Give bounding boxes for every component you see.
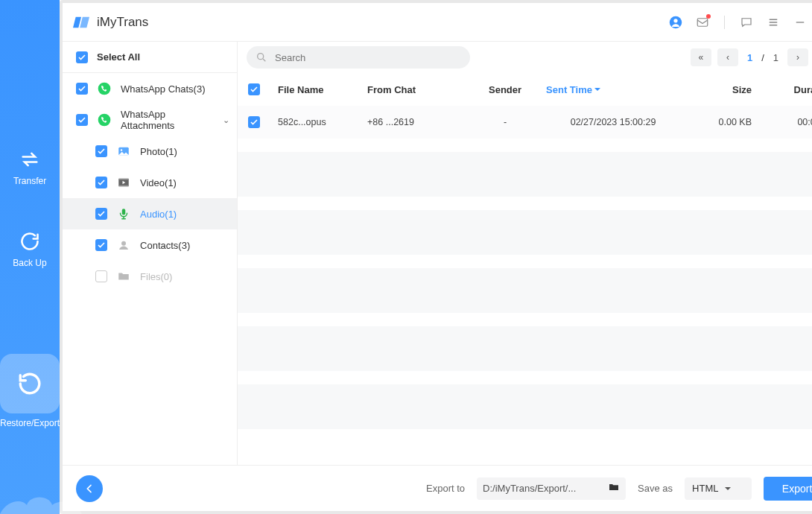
col-fromchat[interactable]: From Chat xyxy=(367,84,464,95)
cell-duration: 00:00:02 xyxy=(762,117,812,127)
sidebar-photo[interactable]: Photo(1) xyxy=(63,136,237,167)
svg-rect-2 xyxy=(697,18,708,26)
audio-checkbox[interactable] xyxy=(95,208,107,220)
cell-sender: - xyxy=(464,117,546,127)
rail-transfer[interactable]: Transfer xyxy=(13,149,46,186)
cell-filename: 582c...opus xyxy=(278,117,367,127)
col-sender[interactable]: Sender xyxy=(464,84,546,95)
svg-point-6 xyxy=(121,149,122,150)
folder-icon xyxy=(608,481,620,493)
pager-next[interactable]: › xyxy=(787,48,808,66)
chat-icon[interactable] xyxy=(740,16,753,29)
video-icon xyxy=(116,175,131,190)
select-all-row[interactable]: Select All xyxy=(63,42,237,73)
svg-point-11 xyxy=(121,241,126,246)
select-all-checkbox[interactable] xyxy=(76,51,88,63)
cell-size: 0.00 KB xyxy=(680,117,762,127)
rail-restore-label: Restore/Export xyxy=(0,418,60,428)
search-field[interactable] xyxy=(275,52,461,63)
sidebar-chats[interactable]: WhatsApp Chats(3) xyxy=(63,73,237,104)
svg-point-4 xyxy=(98,114,111,127)
chats-checkbox[interactable] xyxy=(76,83,88,95)
arrow-left-icon xyxy=(83,483,95,495)
list-panel: « ‹ 1 / 1 › » File Name From Chat Send xyxy=(238,42,812,465)
video-label: Video(1) xyxy=(140,177,237,188)
col-sent[interactable]: Sent Time xyxy=(546,84,680,95)
select-all-rows-checkbox[interactable] xyxy=(248,83,260,95)
row-checkbox[interactable] xyxy=(248,116,260,128)
contacts-checkbox[interactable] xyxy=(95,239,107,251)
sidebar-audio[interactable]: Audio(1) xyxy=(63,198,237,229)
transfer-icon xyxy=(19,149,40,170)
photo-icon xyxy=(116,144,131,159)
cell-sent: 02/27/2023 15:00:29 xyxy=(546,117,680,127)
svg-rect-9 xyxy=(118,185,129,187)
sidebar-files[interactable]: Files(0) xyxy=(63,261,237,292)
files-icon xyxy=(116,269,131,284)
whatsapp-icon xyxy=(97,81,112,96)
format-value: HTML xyxy=(692,483,718,494)
attachments-checkbox[interactable] xyxy=(76,114,88,126)
pager-first[interactable]: « xyxy=(691,48,711,66)
cell-fromchat: +86 ...2619 xyxy=(367,117,464,127)
rail-transfer-label: Transfer xyxy=(13,176,46,186)
rail-backup[interactable]: Back Up xyxy=(13,231,46,268)
export-to-label: Export to xyxy=(426,483,465,494)
export-path[interactable]: D:/iMyTrans/Export/... xyxy=(477,477,626,500)
chevron-down-icon xyxy=(724,485,732,492)
svg-rect-10 xyxy=(122,209,126,215)
logo-icon xyxy=(73,14,89,31)
sidebar: Select All WhatsApp Chats(3) WhatsApp At… xyxy=(63,42,238,465)
export-button-label: Export xyxy=(782,483,812,495)
sidebar-video[interactable]: Video(1) xyxy=(63,167,237,198)
search-input[interactable] xyxy=(247,46,470,69)
svg-rect-8 xyxy=(118,179,129,180)
pager: « ‹ 1 / 1 › » xyxy=(691,48,812,66)
video-checkbox[interactable] xyxy=(95,177,107,188)
select-all-label: Select All xyxy=(97,51,237,63)
format-select[interactable]: HTML xyxy=(685,477,752,500)
browse-folder-button[interactable] xyxy=(608,481,620,495)
table-row[interactable]: 582c...opus +86 ...2619 - 02/27/2023 15:… xyxy=(238,106,812,139)
photo-checkbox[interactable] xyxy=(95,145,107,157)
contacts-icon xyxy=(116,238,131,253)
svg-point-1 xyxy=(673,19,677,22)
audio-label: Audio(1) xyxy=(140,209,237,220)
menu-icon[interactable] xyxy=(767,16,780,29)
export-path-text: D:/iMyTrans/Export/... xyxy=(483,483,600,494)
audio-icon xyxy=(116,206,131,221)
pager-current: 1 xyxy=(747,52,752,63)
pager-total: 1 xyxy=(773,52,778,63)
backup-icon xyxy=(19,231,40,252)
sidebar-contacts[interactable]: Contacts(3) xyxy=(63,229,237,261)
rail-restore[interactable]: Restore/Export xyxy=(0,354,60,428)
whatsapp-icon xyxy=(97,112,112,127)
empty-stripes xyxy=(238,139,812,465)
files-checkbox[interactable] xyxy=(95,270,107,282)
nav-rail: Transfer Back Up Restore/Export xyxy=(0,0,60,514)
svg-point-12 xyxy=(258,54,264,60)
search-icon xyxy=(256,51,267,63)
account-icon[interactable] xyxy=(669,16,682,29)
rail-backup-label: Back Up xyxy=(13,258,46,268)
app-title: iMyTrans xyxy=(97,15,148,30)
svg-point-3 xyxy=(98,83,111,95)
col-filename[interactable]: File Name xyxy=(278,84,367,95)
minimize-icon[interactable] xyxy=(793,16,807,29)
notification-dot xyxy=(706,14,711,19)
photo-label: Photo(1) xyxy=(140,146,237,157)
export-button[interactable]: Export xyxy=(764,477,812,501)
sidebar-attachments[interactable]: WhatsApp Attachments ⌄ xyxy=(63,104,237,136)
col-duration[interactable]: Duration xyxy=(762,84,812,95)
pager-sep: / xyxy=(761,52,764,63)
table-header: File Name From Chat Sender Sent Time Siz… xyxy=(238,73,812,106)
save-as-label: Save as xyxy=(638,483,673,494)
files-label: Files(0) xyxy=(140,271,237,282)
attachments-label: WhatsApp Attachments xyxy=(121,109,214,131)
chevron-down-icon[interactable]: ⌄ xyxy=(223,115,229,125)
cloud-decoration xyxy=(0,478,82,514)
pager-prev[interactable]: ‹ xyxy=(717,48,738,66)
sort-desc-icon xyxy=(594,86,601,93)
contacts-label: Contacts(3) xyxy=(140,240,237,251)
col-size[interactable]: Size xyxy=(680,84,762,95)
